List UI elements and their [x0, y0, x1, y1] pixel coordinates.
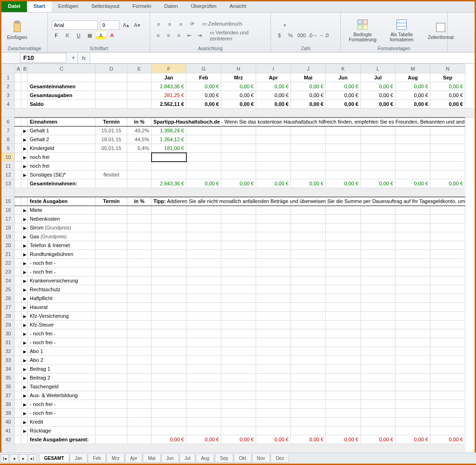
sheet-tab-nov[interactable]: Nov	[252, 454, 271, 463]
tab-nav-last-icon[interactable]: ▸|	[28, 454, 37, 463]
sheet-tab-feb[interactable]: Feb	[88, 454, 106, 463]
ribbon-tab-ansicht[interactable]: Ansicht	[223, 1, 253, 12]
sheet-tab-jul[interactable]: Jul	[179, 454, 196, 463]
column-header-I[interactable]: I	[256, 64, 291, 73]
sheet-tab-jan[interactable]: Jan	[70, 454, 87, 463]
conditional-format-button[interactable]: Bedingte Formatierung	[344, 17, 381, 43]
fx-icon[interactable]: fx	[78, 52, 90, 63]
formula-input[interactable]	[90, 52, 475, 63]
row-header-6[interactable]: 6	[2, 118, 15, 126]
sheet-tab-dez[interactable]: Dez	[271, 454, 289, 463]
indent-dec-icon[interactable]: ⇤	[185, 31, 193, 40]
tab-nav-first-icon[interactable]: |◂	[0, 454, 9, 463]
number-format-select[interactable]: ▾	[275, 20, 295, 30]
sheet-tab-mai[interactable]: Mai	[143, 454, 160, 463]
row-header-4[interactable]: 4	[2, 100, 15, 109]
row-header-30[interactable]: 30	[2, 329, 15, 338]
row-header-12[interactable]: 12	[2, 170, 15, 179]
format-as-table-button[interactable]: Als Tabelle formatieren	[383, 17, 420, 43]
row-header-27[interactable]: 27	[2, 303, 15, 312]
indent-inc-icon[interactable]: ⇥	[195, 31, 204, 40]
align-left-icon[interactable]: ≡	[154, 31, 162, 40]
row-header-17[interactable]: 17	[2, 215, 15, 223]
align-center-icon[interactable]: ≡	[164, 31, 172, 40]
cell-styles-button[interactable]: Zellenformat	[423, 20, 459, 41]
font-color-button[interactable]: A	[107, 31, 117, 40]
row-header-26[interactable]: 26	[2, 294, 15, 303]
paste-button[interactable]: Einfügen	[5, 20, 29, 41]
row-header-16[interactable]: 16	[2, 206, 15, 215]
increase-font-icon[interactable]: A▴	[121, 20, 131, 30]
italic-button[interactable]: K	[63, 31, 72, 40]
column-header-D[interactable]: D	[96, 64, 127, 73]
row-header-33[interactable]: 33	[2, 356, 15, 365]
ribbon-tab-einfügen[interactable]: Einfügen	[52, 1, 85, 12]
sheet-tab-mrz[interactable]: Mrz	[106, 454, 125, 463]
row-header-42[interactable]: 42	[2, 435, 15, 444]
column-header-C[interactable]: C	[28, 64, 96, 73]
row-header-37[interactable]: 37	[2, 391, 15, 400]
ribbon-tab-formeln[interactable]: Formeln	[126, 1, 158, 12]
column-header-E[interactable]: E	[127, 64, 152, 73]
column-header-L[interactable]: L	[361, 64, 396, 73]
row-header-29[interactable]: 29	[2, 321, 15, 329]
font-name-select[interactable]	[52, 20, 98, 30]
sheet-tab-sep[interactable]: Sep	[215, 454, 233, 463]
border-button[interactable]: ▦	[85, 31, 94, 40]
comma-icon[interactable]: 000	[297, 31, 306, 40]
underline-button[interactable]: U	[74, 31, 83, 40]
column-header-J[interactable]: J	[291, 64, 326, 73]
row-header-2[interactable]: 2	[2, 82, 15, 91]
row-header-1[interactable]: 1	[2, 73, 15, 82]
row-header-24[interactable]: 24	[2, 276, 15, 285]
row-header-3[interactable]: 3	[2, 91, 15, 100]
dec-decimal-icon[interactable]: ←.0	[319, 31, 329, 40]
sheet-tab-aug[interactable]: Aug	[196, 454, 214, 463]
column-header-K[interactable]: K	[326, 64, 361, 73]
row-header-13[interactable]: 13	[2, 179, 15, 188]
row-header-39[interactable]: 39	[2, 409, 15, 418]
sheet-tab-apr[interactable]: Apr	[125, 454, 143, 463]
name-box[interactable]	[20, 53, 66, 63]
align-top-icon[interactable]: ≡	[154, 20, 163, 29]
row-header-36[interactable]: 36	[2, 382, 15, 391]
column-header-A[interactable]: A	[15, 64, 21, 73]
row-header-8[interactable]: 8	[2, 135, 15, 144]
row-header-28[interactable]: 28	[2, 312, 15, 321]
currency-icon[interactable]: $	[275, 31, 284, 40]
align-bottom-icon[interactable]: ≡	[176, 20, 185, 29]
ribbon-tab-überprüfen[interactable]: Überprüfen	[185, 1, 223, 12]
tab-nav-prev-icon[interactable]: ◂	[10, 454, 18, 463]
sheet-tab-okt[interactable]: Okt	[234, 454, 251, 463]
ribbon-tab-datei[interactable]: Datei	[1, 1, 27, 12]
inc-decimal-icon[interactable]: .0→	[308, 31, 317, 40]
tab-nav-next-icon[interactable]: ▸	[19, 454, 27, 463]
percent-icon[interactable]: %	[286, 31, 295, 40]
row-header-25[interactable]: 25	[2, 285, 15, 294]
align-middle-icon[interactable]: ≡	[165, 20, 174, 29]
row-header-18[interactable]: 18	[2, 223, 15, 232]
row-header-9[interactable]: 9	[2, 144, 15, 153]
spreadsheet-grid[interactable]: ABCDEFGHIJKLMN1JanFebMrzAprMaiJunJulAugS…	[1, 64, 475, 452]
row-header-15[interactable]: 15	[2, 197, 15, 206]
column-header-B[interactable]: B	[21, 64, 28, 73]
row-header-40[interactable]: 40	[2, 418, 15, 426]
row-header-22[interactable]: 22	[2, 259, 15, 268]
bold-button[interactable]: F	[52, 31, 61, 40]
column-header-N[interactable]: N	[430, 64, 465, 73]
ribbon-tab-daten[interactable]: Daten	[158, 1, 184, 12]
row-header-32[interactable]: 32	[2, 347, 15, 356]
column-header-H[interactable]: H	[221, 64, 256, 73]
merge-button[interactable]: ▭ Verbinden und zentrieren	[210, 30, 267, 41]
row-header-11[interactable]: 11	[2, 162, 15, 170]
column-header-M[interactable]: M	[396, 64, 430, 73]
decrease-font-icon[interactable]: A▾	[132, 20, 142, 30]
row-header-31[interactable]: 31	[2, 338, 15, 347]
row-header-10[interactable]: 10	[2, 153, 15, 162]
column-header-G[interactable]: G	[186, 64, 221, 73]
ribbon-tab-seitenlayout[interactable]: Seitenlayout	[85, 1, 126, 12]
sheet-tab-gesamt[interactable]: GESAMT	[39, 454, 69, 463]
orientation-icon[interactable]: ⟳	[187, 20, 197, 29]
row-header-19[interactable]: 19	[2, 232, 15, 241]
ribbon-tab-start[interactable]: Start	[27, 1, 52, 12]
